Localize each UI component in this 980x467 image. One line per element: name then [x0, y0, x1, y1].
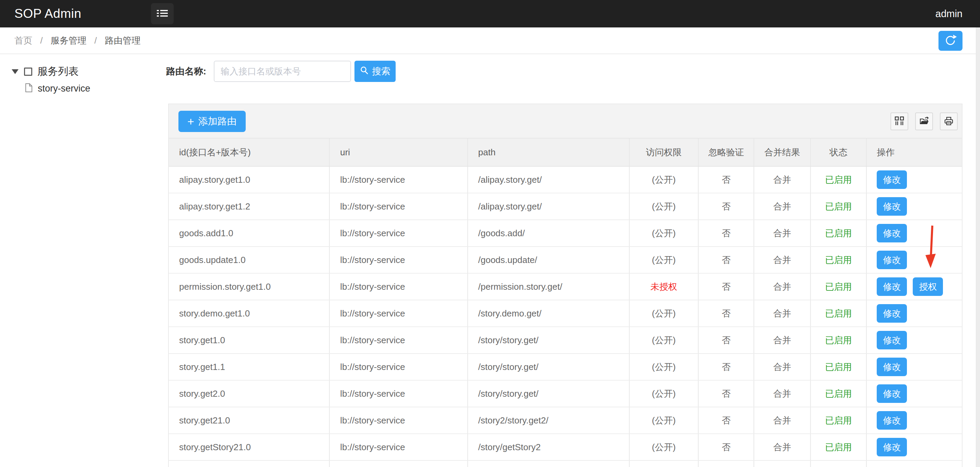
cell-ignore: 否 — [698, 407, 754, 434]
table-toolbar: + 添加路由 — [169, 104, 962, 138]
cell-merge: 合并 — [754, 354, 811, 380]
cell-status: 已启用 — [811, 434, 867, 460]
cell-path: /goods.add/ — [468, 220, 630, 246]
column-header-merge: 合并结果 — [754, 138, 811, 166]
cell-merge: 合并 — [754, 381, 811, 407]
cell-ignore: 否 — [698, 273, 754, 300]
column-header-ignore: 忽略验证 — [698, 138, 754, 166]
column-settings-button[interactable] — [891, 113, 908, 130]
cell-ignore: 否 — [698, 381, 754, 407]
table-row: story.get21.0 lb://story-service /story2… — [169, 407, 962, 434]
sidebar-toggle-button[interactable] — [151, 3, 173, 24]
cell-actions: 修改 — [867, 300, 962, 326]
folder-square-icon — [24, 68, 32, 76]
modify-button[interactable]: 修改 — [877, 384, 907, 403]
add-route-button[interactable]: + 添加路由 — [178, 111, 246, 132]
add-route-label: 添加路由 — [198, 115, 237, 128]
breadcrumb-route-mgmt: 路由管理 — [105, 35, 140, 46]
tree-expand-caret-icon[interactable] — [12, 69, 19, 74]
cell-ignore: 否 — [698, 300, 754, 326]
cell-path: /story/story.get/ — [468, 381, 630, 407]
modify-button[interactable]: 修改 — [877, 304, 907, 322]
cell-uri — [330, 461, 468, 467]
cell-merge: 合并 — [754, 247, 811, 273]
cell-actions: 修改 — [867, 407, 962, 434]
cell-status: 已启用 — [811, 194, 867, 219]
cell-id: story.get21.0 — [169, 407, 330, 434]
modify-button[interactable]: 修改 — [877, 251, 907, 269]
tree-node-label[interactable]: 服务列表 — [37, 65, 79, 78]
modify-button[interactable]: 修改 — [877, 277, 907, 296]
cell-ignore: 否 — [698, 167, 754, 193]
column-header-permission: 访问权限 — [630, 138, 699, 166]
breadcrumb-separator: / — [94, 35, 97, 46]
cell-permission: (公开) — [630, 300, 699, 326]
cell-actions: 修改 — [867, 381, 962, 407]
table-row: permission.story.get1.0 lb://story-servi… — [169, 273, 962, 300]
file-icon — [25, 83, 33, 94]
modify-button[interactable]: 修改 — [877, 357, 907, 376]
cell-id: story.get1.0 — [169, 327, 330, 353]
print-button[interactable] — [940, 113, 958, 130]
cell-permission: (公开) — [630, 434, 699, 460]
table-header-row: id(接口名+版本号) uri path 访问权限 忽略验证 合并结果 状态 操… — [169, 138, 962, 167]
cell-permission: 未授权 — [630, 273, 699, 300]
user-name[interactable]: admin — [935, 0, 963, 27]
breadcrumb-home[interactable]: 首页 — [14, 35, 32, 46]
table-row: alipay.story.get1.2 lb://story-service /… — [169, 194, 962, 220]
tree-node-story-service[interactable]: story-service — [25, 83, 90, 94]
modify-button[interactable]: 修改 — [877, 224, 907, 242]
cell-status: 已启用 — [811, 354, 867, 380]
cell-merge: 合并 — [754, 220, 811, 246]
modify-button[interactable]: 修改 — [877, 438, 907, 456]
modify-button[interactable]: 修改 — [877, 331, 907, 349]
modify-button[interactable]: 修改 — [877, 170, 907, 189]
list-icon — [156, 8, 169, 20]
cell-permission: (公开) — [630, 167, 699, 193]
cell-uri: lb://story-service — [330, 407, 468, 434]
search-button[interactable]: 搜索 — [355, 61, 396, 82]
table-row: story.get2.0 lb://story-service /story/s… — [169, 381, 962, 407]
column-header-path: path — [468, 138, 630, 166]
cell-status — [811, 461, 867, 467]
cell-merge: 合并 — [754, 273, 811, 300]
cell-merge: 合并 — [754, 167, 811, 193]
cell-uri: lb://story-service — [330, 247, 468, 273]
cell-id: story.getStory21.0 — [169, 434, 330, 460]
cell-merge — [754, 461, 811, 467]
column-header-actions: 操作 — [867, 138, 962, 166]
route-search-form: 路由名称: 搜索 — [166, 61, 396, 82]
cell-id: story.demo.get1.0 — [169, 300, 330, 326]
cell-path: /permission.story.get/ — [468, 273, 630, 300]
table-body: alipay.story.get1.0 lb://story-service /… — [169, 167, 962, 467]
table-row: alipay.story.get1.0 lb://story-service /… — [169, 167, 962, 194]
page-scrollbar[interactable] — [976, 27, 980, 467]
modify-button[interactable]: 修改 — [877, 411, 907, 430]
cell-status: 已启用 — [811, 220, 867, 246]
cell-id: goods.add1.0 — [169, 220, 330, 246]
column-header-status: 状态 — [811, 138, 867, 166]
modify-button[interactable]: 修改 — [877, 197, 907, 216]
cell-status: 已启用 — [811, 381, 867, 407]
cell-merge: 合并 — [754, 194, 811, 219]
export-button[interactable] — [915, 113, 933, 130]
cell-id: story.get1.1 — [169, 354, 330, 380]
cell-ignore: 否 — [698, 327, 754, 353]
tree-node-label[interactable]: story-service — [38, 83, 90, 94]
cell-id: goods.update1.0 — [169, 247, 330, 273]
refresh-button[interactable] — [939, 31, 963, 51]
export-folder-icon — [919, 116, 929, 127]
cell-uri: lb://story-service — [330, 194, 468, 219]
tree-node-service-list[interactable]: 服务列表 — [12, 65, 79, 78]
breadcrumb-bar: 首页 / 服务管理 / 路由管理 — [0, 27, 980, 54]
authorize-button[interactable]: 授权 — [913, 277, 943, 296]
cell-uri: lb://story-service — [330, 354, 468, 380]
route-name-input[interactable] — [214, 61, 351, 82]
columns-grid-icon — [894, 116, 905, 127]
breadcrumb-separator: / — [40, 35, 43, 46]
table-row: goods.add1.0 lb://story-service /goods.a… — [169, 220, 962, 247]
cell-ignore: 否 — [698, 247, 754, 273]
cell-ignore: 否 — [698, 434, 754, 460]
cell-actions: 修改 — [867, 247, 962, 273]
breadcrumb-service-mgmt[interactable]: 服务管理 — [51, 35, 86, 46]
